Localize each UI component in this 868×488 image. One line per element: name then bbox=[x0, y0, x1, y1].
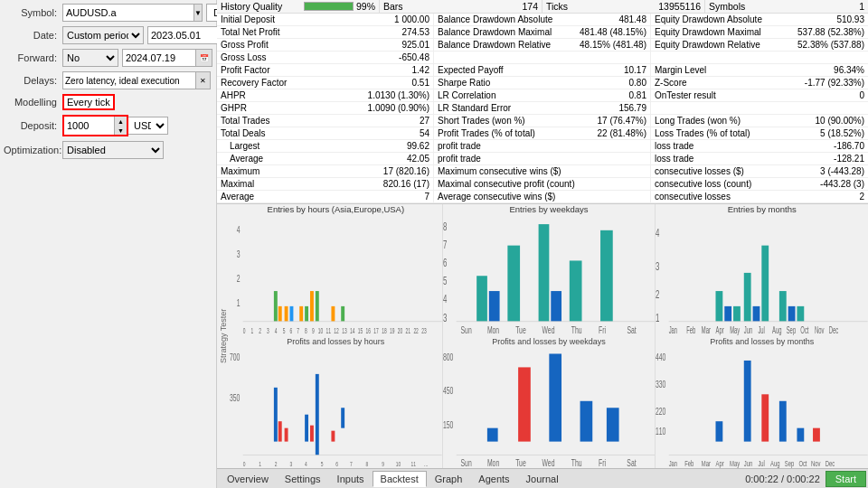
currency-select[interactable]: USD bbox=[128, 117, 168, 135]
profit-trades-cell: Profit Trades (% of total) 22 (81.48%) bbox=[434, 127, 651, 139]
svg-text:6: 6 bbox=[443, 256, 447, 269]
svg-rect-105 bbox=[725, 306, 732, 322]
chart-weekdays-title: Entries by weekdays bbox=[443, 204, 656, 214]
chart-months-title: Entries by months bbox=[656, 204, 868, 214]
svg-text:Oct: Oct bbox=[799, 458, 808, 468]
modelling-row: Modelling Every tick bbox=[4, 94, 212, 110]
svg-text:0: 0 bbox=[243, 459, 246, 466]
svg-rect-90 bbox=[580, 400, 592, 441]
chart-col-months: Entries by months 4 3 2 1 bbox=[656, 204, 868, 468]
svg-text:11: 11 bbox=[410, 459, 416, 466]
deposit-row: Deposit: ▲ ▼ USD bbox=[4, 115, 212, 136]
tab-settings[interactable]: Settings bbox=[277, 471, 329, 487]
svg-text:350: 350 bbox=[230, 392, 240, 403]
initial-deposit-cell: Initial Deposit 1 000.00 bbox=[217, 14, 434, 25]
chart-weekdays-pl-area: 800 450 150 Sun bbox=[443, 347, 656, 469]
svg-text:2: 2 bbox=[656, 287, 659, 301]
svg-rect-107 bbox=[744, 273, 751, 322]
svg-rect-74 bbox=[569, 260, 581, 321]
svg-rect-104 bbox=[716, 291, 723, 322]
delays-input[interactable] bbox=[62, 71, 196, 89]
svg-rect-6 bbox=[285, 306, 288, 322]
svg-text:2: 2 bbox=[237, 272, 241, 284]
max-loss-streak-cell: consecutive loss (count) -443.28 (3) bbox=[651, 178, 868, 190]
avg-profit-label: profit trade bbox=[434, 153, 651, 164]
profit-factor-cell: Profit Factor 1.42 bbox=[217, 64, 434, 76]
svg-text:5: 5 bbox=[321, 459, 324, 466]
optimization-row: Optimization: Disabled bbox=[4, 141, 212, 159]
svg-rect-110 bbox=[779, 291, 787, 322]
tab-agents[interactable]: Agents bbox=[470, 471, 517, 487]
deposit-input[interactable] bbox=[64, 117, 114, 135]
svg-text:Sat: Sat bbox=[627, 457, 637, 468]
hours-pl-bar-chart: 700 350 0 1 bbox=[230, 347, 442, 469]
deposit-down[interactable]: ▼ bbox=[115, 126, 127, 135]
svg-rect-108 bbox=[753, 306, 760, 322]
average-cell: Average 42.05 bbox=[217, 153, 434, 164]
modelling-label: Modelling bbox=[4, 97, 62, 108]
svg-rect-75 bbox=[600, 230, 613, 322]
forward-select[interactable]: No bbox=[62, 49, 118, 67]
svg-rect-9 bbox=[305, 306, 308, 322]
svg-text:4: 4 bbox=[443, 292, 447, 305]
forward-date-cal-btn[interactable]: 📅 bbox=[196, 49, 212, 67]
date-type-select[interactable]: Custom period bbox=[62, 26, 144, 44]
svg-text:18: 18 bbox=[382, 327, 387, 335]
right-panel: History Quality 99% Bars 174 Ticks 13955… bbox=[217, 0, 868, 488]
svg-text:Feb: Feb bbox=[685, 458, 694, 468]
svg-text:19: 19 bbox=[390, 327, 395, 335]
tab-overview[interactable]: Overview bbox=[219, 471, 277, 487]
date-from-input[interactable] bbox=[147, 26, 222, 44]
svg-rect-131 bbox=[762, 394, 769, 441]
deposit-up[interactable]: ▲ bbox=[115, 117, 127, 126]
ontester-result-cell: OnTester result 0 bbox=[651, 89, 868, 101]
svg-text:1: 1 bbox=[656, 310, 659, 324]
svg-text:10: 10 bbox=[396, 459, 401, 466]
short-trades-cell: Short Trades (won %) 17 (76.47%) bbox=[434, 115, 651, 127]
svg-text:9: 9 bbox=[382, 459, 384, 466]
delays-close-btn[interactable]: ✕ bbox=[196, 71, 211, 89]
svg-text:Dec: Dec bbox=[826, 458, 835, 468]
chart-weekdays-area: 8 7 6 5 4 3 bbox=[443, 215, 656, 337]
svg-rect-91 bbox=[607, 408, 619, 441]
svg-text:May: May bbox=[730, 458, 740, 468]
svg-text:11: 11 bbox=[326, 327, 332, 335]
svg-text:17: 17 bbox=[373, 327, 379, 335]
max-wins-label: Maximum consecutive wins ($) bbox=[434, 165, 651, 177]
symbol-dropdown-arrow[interactable]: ▼ bbox=[194, 4, 203, 22]
largest-cell: Largest 99.62 bbox=[217, 140, 434, 152]
tab-inputs[interactable]: Inputs bbox=[329, 471, 373, 487]
svg-text:8: 8 bbox=[366, 459, 369, 466]
maximal-profit-label: Maximal consecutive profit (count) bbox=[434, 178, 651, 190]
symbol-input[interactable] bbox=[62, 4, 194, 22]
svg-text:10: 10 bbox=[318, 327, 324, 335]
forward-date-input[interactable] bbox=[122, 49, 196, 67]
deposit-spinners[interactable]: ▲ ▼ bbox=[114, 117, 127, 135]
forward-label: Forward: bbox=[4, 52, 62, 63]
tab-journal[interactable]: Journal bbox=[518, 471, 567, 487]
chart-months-area: 4 3 2 1 bbox=[656, 215, 868, 337]
svg-text:220: 220 bbox=[656, 406, 665, 417]
avg-loss-cell: loss trade -128.21 bbox=[651, 153, 868, 164]
strategy-tester-label: Strategy Tester bbox=[217, 204, 230, 468]
svg-text:1: 1 bbox=[237, 296, 241, 308]
start-button[interactable]: Start bbox=[826, 471, 866, 487]
tab-graph[interactable]: Graph bbox=[427, 471, 471, 487]
svg-rect-41 bbox=[274, 387, 278, 441]
chart-weekdays-pl-title: Profits and losses by weekdays bbox=[443, 337, 656, 346]
svg-rect-11 bbox=[316, 291, 319, 322]
tab-backtest[interactable]: Backtest bbox=[373, 471, 427, 487]
equity-dd-rel-cell: Equity Drawdown Relative 52.38% (537.88) bbox=[651, 39, 868, 51]
svg-rect-133 bbox=[779, 400, 787, 441]
largest-profit-label: profit trade bbox=[434, 140, 651, 152]
svg-rect-5 bbox=[278, 306, 282, 322]
long-trades-cell: Long Trades (won %) 10 (90.00%) bbox=[651, 115, 868, 127]
z-score-cell: Z-Score -1.77 (92.33%) bbox=[651, 77, 868, 89]
svg-text:Tue: Tue bbox=[515, 457, 526, 468]
svg-rect-43 bbox=[316, 373, 319, 455]
chart-hours-pl-title: Profits and losses by hours bbox=[230, 337, 442, 346]
quality-label: History Quality bbox=[221, 1, 282, 12]
svg-rect-109 bbox=[762, 246, 769, 322]
balance-dd-rel-cell: Balance Drawdown Relative 48.15% (481.48… bbox=[434, 39, 651, 51]
optimization-select[interactable]: Disabled bbox=[62, 141, 164, 159]
